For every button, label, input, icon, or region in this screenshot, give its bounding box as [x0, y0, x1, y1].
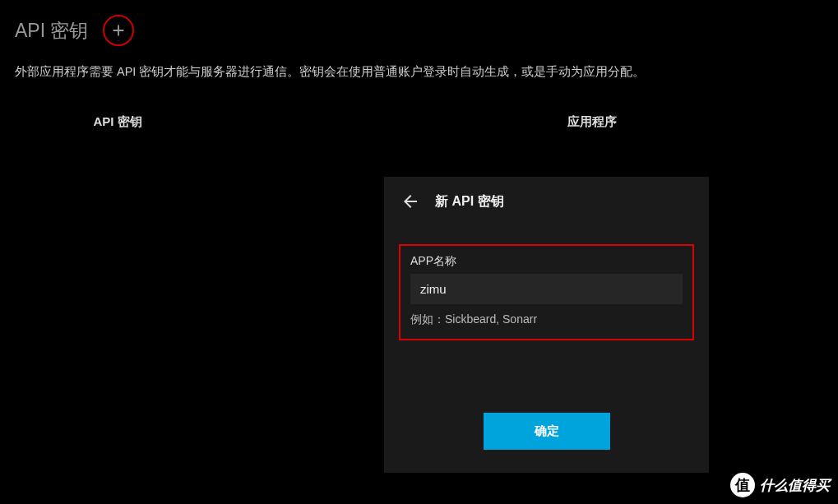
page-description: 外部应用程序需要 API 密钥才能与服务器进行通信。密钥会在使用普通账户登录时自… [0, 54, 838, 106]
app-name-group: APP名称 例如：Sickbeard, Sonarr [399, 244, 694, 340]
watermark: 值 什么值得买 [730, 473, 830, 497]
page-title: API 密钥 [15, 18, 88, 44]
app-name-label: APP名称 [410, 254, 683, 269]
plus-icon [109, 21, 127, 39]
watermark-logo: 值 [730, 473, 755, 497]
arrow-left-icon [400, 192, 420, 211]
app-name-hint: 例如：Sickbeard, Sonarr [410, 312, 683, 327]
watermark-text: 什么值得买 [760, 476, 830, 495]
add-api-key-button[interactable] [103, 15, 134, 46]
column-header-application: 应用程序 [360, 106, 823, 138]
dialog-title: 新 API 密钥 [435, 193, 504, 210]
app-name-input[interactable] [410, 274, 683, 304]
new-api-key-dialog: 新 API 密钥 APP名称 例如：Sickbeard, Sonarr 确定 [384, 177, 709, 473]
column-header-api-key: API 密钥 [15, 106, 220, 138]
back-button[interactable] [400, 192, 420, 211]
confirm-button[interactable]: 确定 [484, 413, 610, 450]
